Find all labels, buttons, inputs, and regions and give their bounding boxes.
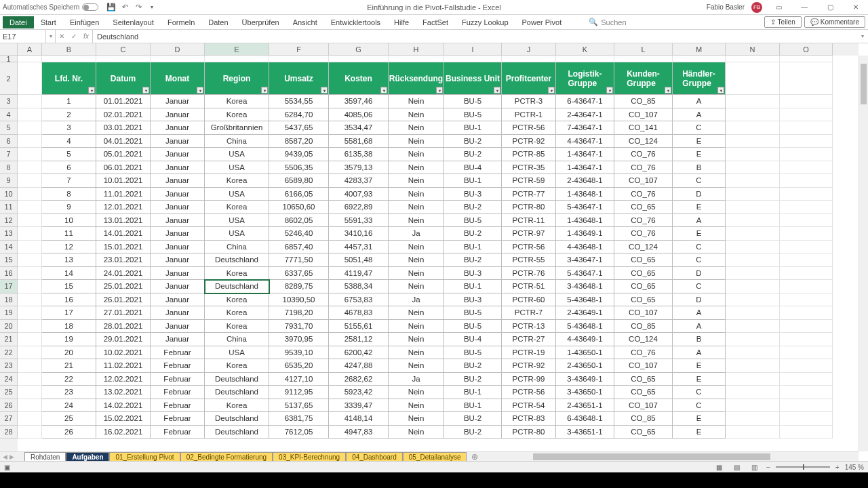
filter-dropdown-icon[interactable]: ▾ bbox=[436, 87, 443, 94]
filter-dropdown-icon[interactable]: ▾ bbox=[261, 87, 268, 94]
table-cell[interactable]: Januar bbox=[151, 241, 205, 254]
table-cell[interactable]: 5923,42 bbox=[329, 386, 389, 399]
table-cell[interactable]: 4-43648-1 bbox=[556, 241, 614, 254]
table-cell[interactable]: 28.01.2021 bbox=[96, 320, 151, 333]
table-cell[interactable]: Nein bbox=[389, 359, 444, 373]
table-cell[interactable]: 2-43650-1 bbox=[556, 359, 614, 373]
page-layout-view-icon[interactable]: ▤ bbox=[731, 462, 743, 472]
table-cell[interactable]: 18 bbox=[42, 320, 96, 333]
column-header[interactable]: O bbox=[780, 43, 833, 56]
table-cell[interactable]: 6166,05 bbox=[269, 188, 329, 201]
filter-dropdown-icon[interactable]: ▾ bbox=[142, 87, 149, 94]
table-cell[interactable]: Februar bbox=[151, 346, 205, 360]
table-cell[interactable]: PCTR-85 bbox=[502, 148, 556, 161]
table-cell[interactable]: 5437,65 bbox=[269, 121, 329, 135]
filter-dropdown-icon[interactable]: ▾ bbox=[321, 87, 328, 94]
table-cell[interactable]: 10.02.2021 bbox=[96, 346, 151, 360]
table-cell[interactable]: 6284,70 bbox=[269, 108, 329, 122]
formula-input[interactable]: Deutschland bbox=[93, 30, 857, 43]
table-cell[interactable]: 26 bbox=[42, 426, 96, 439]
filter-dropdown-icon[interactable]: ▾ bbox=[548, 87, 555, 94]
table-cell[interactable]: CO_107 bbox=[614, 399, 673, 413]
sheet-tab[interactable]: Rohdaten bbox=[24, 452, 66, 462]
table-cell[interactable]: Nein bbox=[389, 201, 444, 214]
table-cell[interactable]: 8 bbox=[42, 188, 96, 201]
column-header[interactable]: J bbox=[502, 43, 556, 56]
column-header[interactable]: D bbox=[151, 43, 205, 56]
table-cell[interactable]: E bbox=[673, 135, 726, 148]
table-cell[interactable]: CO_107 bbox=[614, 306, 673, 320]
table-cell[interactable]: E bbox=[673, 148, 726, 161]
table-cell[interactable]: 5581,68 bbox=[329, 135, 389, 148]
formula-expand-icon[interactable]: ▾ bbox=[857, 30, 868, 43]
table-cell[interactable]: 14 bbox=[42, 267, 96, 281]
table-cell[interactable]: Januar bbox=[151, 227, 205, 241]
table-cell[interactable]: Korea bbox=[205, 399, 269, 413]
table-cell[interactable]: 8587,20 bbox=[269, 135, 329, 148]
table-cell[interactable]: Deutschland bbox=[205, 386, 269, 399]
table-cell[interactable]: BU-2 bbox=[444, 148, 502, 161]
table-cell[interactable]: 4947,83 bbox=[329, 426, 389, 439]
select-all-corner[interactable] bbox=[0, 43, 18, 56]
ribbon-tab-power pivot[interactable]: Power Pivot bbox=[515, 16, 569, 28]
table-cell[interactable]: PCTR-92 bbox=[502, 359, 556, 373]
table-cell[interactable]: 21 bbox=[42, 359, 96, 373]
vertical-scrollbar[interactable] bbox=[859, 56, 868, 451]
table-cell[interactable]: 9439,05 bbox=[269, 148, 329, 161]
table-cell[interactable]: CO_107 bbox=[614, 174, 673, 188]
table-cell[interactable]: CO_65 bbox=[614, 253, 673, 267]
column-header[interactable]: C bbox=[96, 43, 151, 56]
table-cell[interactable]: PCTR-80 bbox=[502, 201, 556, 214]
column-header[interactable]: N bbox=[726, 43, 780, 56]
table-cell[interactable]: 3534,47 bbox=[329, 121, 389, 135]
table-cell[interactable]: 9 bbox=[42, 201, 96, 214]
ribbon-tab-seitenlayout[interactable]: Seitenlayout bbox=[106, 16, 161, 28]
table-cell[interactable]: CO_65 bbox=[614, 386, 673, 399]
table-header[interactable]: Business Unit▾ bbox=[444, 62, 502, 95]
sheet-tab[interactable]: Aufgaben bbox=[66, 452, 109, 462]
redo-icon[interactable]: ↷ bbox=[134, 3, 143, 12]
table-cell[interactable]: 10390,50 bbox=[269, 293, 329, 307]
table-cell[interactable]: E bbox=[673, 412, 726, 426]
table-cell[interactable]: C bbox=[673, 174, 726, 188]
column-header[interactable]: F bbox=[269, 43, 329, 56]
filter-dropdown-icon[interactable]: ▾ bbox=[380, 87, 387, 94]
table-cell[interactable]: 22 bbox=[42, 373, 96, 386]
table-cell[interactable]: 23.01.2021 bbox=[96, 253, 151, 267]
table-cell[interactable]: 8289,75 bbox=[269, 280, 329, 293]
table-cell[interactable]: Nein bbox=[389, 306, 444, 320]
table-cell[interactable]: BU-2 bbox=[444, 253, 502, 267]
row-header[interactable]: 22 bbox=[0, 346, 18, 360]
column-header[interactable]: G bbox=[329, 43, 389, 56]
table-cell[interactable]: BU-2 bbox=[444, 412, 502, 426]
table-cell[interactable]: 4678,83 bbox=[329, 306, 389, 320]
table-cell[interactable]: BU-2 bbox=[444, 359, 502, 373]
column-header[interactable]: H bbox=[389, 43, 444, 56]
table-cell[interactable]: PCTR-19 bbox=[502, 346, 556, 360]
table-cell[interactable]: 5-43647-1 bbox=[556, 267, 614, 281]
table-cell[interactable]: CO_85 bbox=[614, 412, 673, 426]
table-cell[interactable]: D bbox=[673, 188, 726, 201]
enter-formula-icon[interactable]: ✓ bbox=[68, 30, 80, 43]
search-box[interactable]: 🔍 Suchen bbox=[589, 18, 626, 26]
table-cell[interactable]: BU-1 bbox=[444, 399, 502, 413]
table-cell[interactable]: 12.01.2021 bbox=[96, 201, 151, 214]
ribbon-tab-hilfe[interactable]: Hilfe bbox=[387, 16, 416, 28]
row-header[interactable]: 16 bbox=[0, 267, 18, 281]
table-cell[interactable]: 9539,10 bbox=[269, 346, 329, 360]
table-cell[interactable]: 3-43650-1 bbox=[556, 386, 614, 399]
ribbon-tab-datei[interactable]: Datei bbox=[3, 16, 34, 28]
table-cell[interactable]: 3579,13 bbox=[329, 161, 389, 175]
table-cell[interactable]: 6589,80 bbox=[269, 174, 329, 188]
table-cell[interactable]: 13.02.2021 bbox=[96, 386, 151, 399]
qat-customize-icon[interactable]: ▾ bbox=[147, 3, 157, 12]
table-cell[interactable]: Nein bbox=[389, 386, 444, 399]
table-cell[interactable]: 25 bbox=[42, 412, 96, 426]
row-header[interactable]: 2 bbox=[0, 62, 18, 95]
table-cell[interactable]: PCTR-76 bbox=[502, 267, 556, 281]
table-cell[interactable]: PCTR-27 bbox=[502, 333, 556, 346]
table-cell[interactable]: Nein bbox=[389, 399, 444, 413]
ribbon-tab-fuzzy lookup[interactable]: Fuzzy Lookup bbox=[455, 16, 515, 28]
table-cell[interactable]: Nein bbox=[389, 426, 444, 439]
table-cell[interactable]: A bbox=[673, 306, 726, 320]
